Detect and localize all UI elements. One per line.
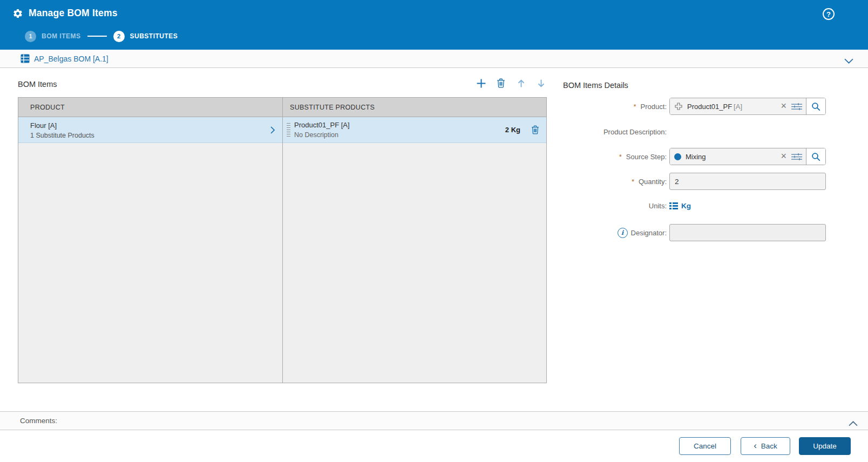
required-asterisk: *	[634, 103, 636, 111]
required-asterisk: *	[632, 178, 634, 186]
dialog-title: Manage BOM Items	[29, 8, 118, 19]
chevron-left-icon: ‹	[754, 442, 757, 450]
search-icon[interactable]	[806, 98, 825, 114]
product-description-label: Product Description:	[603, 128, 667, 136]
substitute-cell[interactable]: Product01_PF [A] No Description 2 Kg	[282, 117, 546, 142]
designator-input[interactable]	[669, 224, 826, 241]
quantity-field-label: Quantity:	[639, 178, 667, 186]
column-divider	[282, 98, 283, 383]
manage-bom-items-dialog: Manage BOM Items ? 1 BOM ITEMS 2 SUBSTIT…	[0, 0, 868, 462]
comments-bar: Comments:	[0, 411, 868, 430]
units-value-link[interactable]: Kg	[681, 202, 691, 210]
source-step-picker-value[interactable]: Mixing ×	[670, 148, 806, 165]
info-icon[interactable]: i	[618, 228, 628, 238]
chevron-up-icon[interactable]	[849, 419, 858, 429]
field-row-source-step: * Source Step: Mixing ×	[563, 148, 827, 165]
source-step-picker: Mixing ×	[669, 148, 826, 165]
step-connector	[87, 36, 107, 37]
step-number: 1	[25, 31, 36, 42]
dialog-header: Manage BOM Items ? 1 BOM ITEMS 2 SUBSTIT…	[0, 0, 868, 50]
bom-structure-icon	[674, 102, 683, 111]
workflow-step-dot-icon	[674, 153, 681, 160]
substitute-quantity: 2 Kg	[505, 126, 520, 134]
chevron-right-icon[interactable]	[270, 126, 275, 137]
field-row-product: * Product: Product01_PF [A] ×	[563, 98, 827, 115]
bom-items-toolbar	[18, 77, 547, 89]
arrow-up-icon[interactable]	[515, 77, 527, 89]
back-button[interactable]: ‹ Back	[741, 437, 790, 455]
clear-icon[interactable]: ×	[781, 101, 786, 111]
product-field-label: Product:	[641, 103, 667, 111]
step-bom-items[interactable]: 1 BOM ITEMS	[25, 31, 81, 42]
units-field-label: Units:	[649, 202, 667, 210]
required-asterisk: *	[619, 153, 622, 161]
step-label: SUBSTITUTES	[130, 32, 178, 40]
step-substitutes[interactable]: 2 SUBSTITUTES	[113, 31, 178, 42]
details-panel-title: BOM Items Details	[563, 81, 628, 90]
chevron-down-icon[interactable]	[844, 56, 853, 66]
drag-handle-icon[interactable]	[287, 123, 290, 137]
cancel-button[interactable]: Cancel	[679, 437, 731, 455]
substitute-name: Product01_PF [A]	[294, 120, 505, 130]
sliders-icon[interactable]	[791, 103, 802, 111]
substitute-description: No Description	[294, 130, 505, 140]
comments-label: Comments:	[20, 417, 57, 425]
source-step-value: Mixing	[686, 153, 706, 161]
arrow-down-icon[interactable]	[535, 77, 547, 89]
wizard-steps: 1 BOM ITEMS 2 SUBSTITUTES	[25, 30, 178, 42]
bom-items-table: PRODUCT SUBSTITUTE PRODUCTS Flour [A] 1 …	[18, 97, 547, 383]
product-name: Flour [A]	[30, 120, 266, 131]
trash-icon[interactable]	[531, 125, 539, 135]
table-icon	[21, 54, 30, 63]
product-revision: [A]	[734, 103, 742, 111]
search-icon[interactable]	[806, 148, 825, 165]
source-step-field-label: Source Step:	[626, 153, 667, 161]
trash-icon[interactable]	[495, 77, 507, 89]
help-icon[interactable]: ?	[823, 8, 835, 20]
clear-icon[interactable]: ×	[781, 151, 786, 161]
product-cell[interactable]: Flour [A] 1 Substitute Products	[18, 117, 282, 142]
column-header-product: PRODUCT	[18, 98, 282, 117]
designator-field-label: Designator:	[631, 229, 667, 237]
product-value: Product01_PF	[687, 103, 732, 111]
update-button[interactable]: Update	[799, 437, 851, 455]
bom-selector-label[interactable]: AP_Belgas BOM [A.1]	[34, 55, 109, 63]
step-label: BOM ITEMS	[42, 32, 81, 40]
step-number: 2	[113, 31, 125, 42]
quantity-input[interactable]	[669, 173, 826, 190]
field-row-product-description: Product Description:	[563, 126, 827, 137]
product-picker: Product01_PF [A] ×	[669, 98, 826, 115]
column-header-substitute-products: SUBSTITUTE PRODUCTS	[282, 98, 546, 117]
field-row-quantity: * Quantity:	[563, 173, 827, 190]
field-row-units: Units: Kg	[563, 199, 827, 212]
back-button-label: Back	[761, 442, 777, 450]
product-picker-value[interactable]: Product01_PF [A] ×	[670, 98, 806, 114]
bom-selector-bar: AP_Belgas BOM [A.1]	[0, 50, 868, 68]
list-icon	[669, 202, 678, 209]
product-substitute-count: 1 Substitute Products	[30, 131, 266, 141]
sliders-icon[interactable]	[791, 153, 802, 161]
field-row-designator: i Designator:	[563, 224, 827, 241]
add-icon[interactable]	[475, 77, 487, 89]
gear-icon	[12, 8, 23, 19]
